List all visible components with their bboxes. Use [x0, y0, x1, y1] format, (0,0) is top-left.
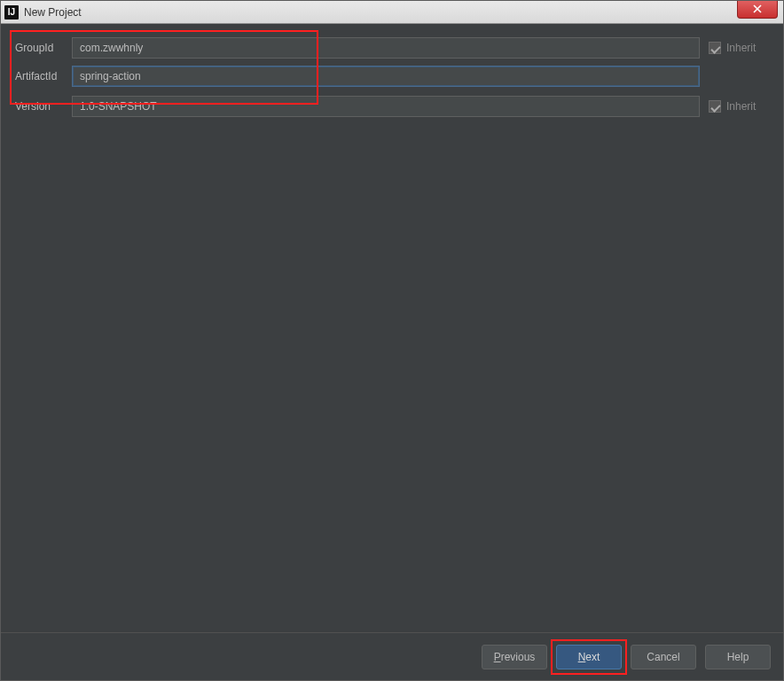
version-inherit[interactable]: Inherit	[709, 100, 772, 113]
button-rest: revious	[501, 651, 536, 663]
titlebar[interactable]: IJ New Project	[1, 1, 783, 24]
mnemonic: P	[494, 651, 501, 663]
dialog-body: GroupId Inherit ArtifactId Version Inher…	[1, 24, 783, 632]
dialog-footer: Previous Next Cancel Help	[1, 632, 783, 680]
artifact-id-row: ArtifactId	[13, 65, 772, 88]
inherit-label: Inherit	[726, 100, 756, 113]
version-label: Version	[13, 100, 72, 113]
window-title: New Project	[24, 6, 737, 19]
group-id-label: GroupId	[13, 42, 72, 54]
window-close-button[interactable]	[737, 1, 778, 19]
cancel-button[interactable]: Cancel	[631, 645, 696, 669]
group-id-input[interactable]	[72, 37, 700, 59]
button-rest: ext	[585, 651, 600, 663]
group-id-row: GroupId Inherit	[13, 36, 772, 59]
artifact-id-label: ArtifactId	[13, 70, 72, 82]
artifact-id-input[interactable]	[72, 66, 700, 87]
group-id-inherit[interactable]: Inherit	[709, 42, 772, 54]
close-icon	[752, 4, 763, 13]
version-input[interactable]	[72, 96, 700, 117]
previous-button[interactable]: Previous	[482, 645, 547, 669]
inherit-label: Inherit	[726, 42, 756, 54]
checkbox-icon	[709, 42, 721, 54]
help-button[interactable]: Help	[705, 645, 771, 669]
version-row: Version Inherit	[13, 95, 772, 118]
app-icon: IJ	[4, 5, 19, 20]
mnemonic: N	[578, 651, 586, 663]
next-button[interactable]: Next	[556, 645, 622, 669]
checkbox-icon	[709, 100, 721, 113]
next-button-wrap: Next	[556, 645, 622, 669]
new-project-dialog: IJ New Project GroupId Inherit ArtifactI…	[0, 0, 784, 681]
